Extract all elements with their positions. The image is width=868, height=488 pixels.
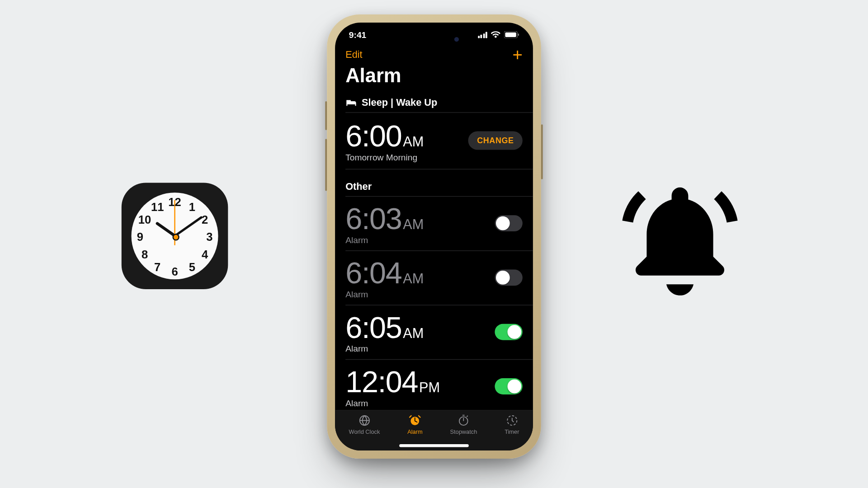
alarm-row[interactable]: 6:04AMAlarm <box>335 251 533 305</box>
wake-ampm: AM <box>403 134 424 150</box>
alarm-row[interactable]: 6:05AMAlarm <box>335 305 533 359</box>
wake-alarm-row[interactable]: 6:00 AM Tomorrow Morning CHANGE <box>335 113 533 169</box>
tab-stopwatch[interactable]: Stopwatch <box>450 414 477 435</box>
alarm-time: 6:04 <box>345 256 401 291</box>
alarm-toggle[interactable] <box>495 215 522 231</box>
wifi-icon <box>491 31 500 38</box>
bed-icon <box>345 99 357 108</box>
tab-world-clock[interactable]: World Clock <box>349 414 380 435</box>
edit-button[interactable]: Edit <box>345 49 363 61</box>
alarm-row[interactable]: 12:04PMAlarm <box>335 360 533 410</box>
alarm-label: Alarm <box>345 235 424 245</box>
svg-rect-2 <box>518 33 519 36</box>
alarm-time: 6:05 <box>345 310 401 345</box>
page-title: Alarm <box>335 61 533 92</box>
alarm-toggle[interactable] <box>495 269 522 286</box>
iphone-frame: 9:41 Edit + Alarm <box>327 14 541 459</box>
alarm-list[interactable]: 6:03AMAlarm6:04AMAlarm6:05AMAlarm12:04PM… <box>335 197 533 410</box>
alarm-time: 12:04 <box>345 364 418 399</box>
alarm-label: Alarm <box>345 343 424 353</box>
sleep-section-header: Sleep | Wake Up <box>335 93 533 113</box>
cellular-icon <box>478 32 487 38</box>
tab-bar: World Clock Alarm Stopwatch Timer <box>335 410 533 451</box>
tab-stopwatch-label: Stopwatch <box>450 428 477 435</box>
tab-timer[interactable]: Timer <box>505 414 519 435</box>
alarm-toggle[interactable] <box>495 378 522 394</box>
wake-time: 6:00 <box>345 118 401 153</box>
other-section-label: Other <box>345 181 372 193</box>
wake-subtitle: Tomorrow Morning <box>345 152 424 162</box>
dynamic-island <box>402 31 466 48</box>
status-time: 9:41 <box>349 30 366 40</box>
other-section-header: Other <box>335 169 533 196</box>
tab-alarm-label: Alarm <box>407 428 422 435</box>
alarm-ampm: AM <box>403 325 424 341</box>
alarm-toggle[interactable] <box>495 324 522 340</box>
alarm-ampm: AM <box>403 216 424 233</box>
sleep-section-label: Sleep | Wake Up <box>362 97 437 109</box>
svg-rect-1 <box>505 33 516 37</box>
clock-face: 121234567891011 <box>132 192 218 279</box>
tab-timer-label: Timer <box>505 428 519 435</box>
tab-world-clock-label: World Clock <box>349 428 380 435</box>
change-button[interactable]: CHANGE <box>468 131 523 150</box>
ringing-bell-icon <box>613 174 746 306</box>
clock-app-icon: 121234567891011 <box>122 183 228 289</box>
battery-icon <box>504 31 519 38</box>
alarm-time: 6:03 <box>345 201 401 236</box>
home-indicator[interactable] <box>399 444 469 447</box>
tab-alarm[interactable]: Alarm <box>407 414 422 435</box>
alarm-row[interactable]: 6:03AMAlarm <box>335 197 533 250</box>
alarm-label: Alarm <box>345 289 424 299</box>
screen: 9:41 Edit + Alarm <box>335 23 533 450</box>
add-alarm-button[interactable]: + <box>512 49 522 61</box>
alarm-ampm: AM <box>403 271 424 287</box>
alarm-ampm: PM <box>419 380 440 396</box>
